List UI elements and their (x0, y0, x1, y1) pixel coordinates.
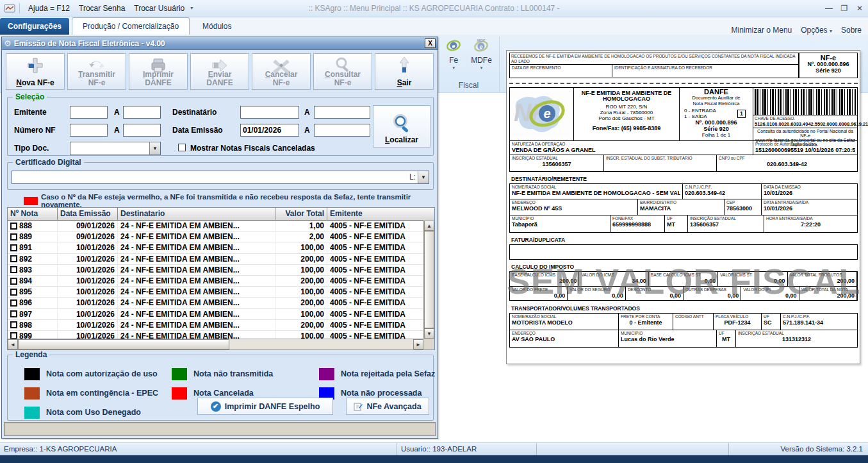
nfe-window-close-button[interactable]: X (425, 38, 436, 48)
cell-valor-total: 200,00 (275, 254, 327, 264)
horizontal-scrollbar[interactable]: ◄ ► (8, 339, 423, 349)
scroll-right-icon[interactable]: ► (413, 339, 423, 349)
scroll-left-icon[interactable]: ◄ (8, 339, 18, 349)
consultar-nfe-button[interactable]: Consultar NF-e (313, 53, 372, 90)
row-checkbox[interactable] (10, 299, 17, 307)
vertical-scrollbar[interactable]: ▲ ▼ (423, 221, 434, 339)
row-checkbox[interactable] (10, 266, 17, 273)
imprimir-danfe-button[interactable]: Imprimir DANFE (129, 53, 188, 90)
nova-nfe-button[interactable]: Nova NF-e (6, 53, 65, 90)
table-row[interactable]: 891 10/01/2026 24 - NF-E EMITIDA EM AMBI… (8, 242, 423, 253)
selecao-groupbox: Seleção Emitente A Número NF A Tipo Doc.… (7, 97, 434, 156)
numero-nf-de-input[interactable] (70, 124, 108, 137)
emitente-de-input[interactable] (70, 106, 108, 119)
ribbon-mdfe-button[interactable]: e MDF MDFe ▾ (471, 38, 492, 71)
cell-numero: 898 (19, 321, 32, 330)
mdfe-mini-logo-icon: e MDF (473, 38, 489, 55)
row-checkbox[interactable] (10, 332, 17, 339)
restore-icon[interactable]: ❐ (840, 4, 849, 13)
cell-emitente: 4005 - NF-E EMITIDA (327, 309, 423, 319)
opcoes-link[interactable]: Opções ▾ (801, 26, 832, 35)
cell-numero: 894 (19, 276, 32, 285)
menu-trocar-usuario[interactable]: Trocar Usuário (129, 2, 189, 15)
sair-button[interactable]: Sair (375, 53, 434, 90)
sobre-link[interactable]: Sobre (841, 26, 862, 35)
cell-destinatario: 24 - NF-E EMITIDA EM AMBIEN... (118, 276, 275, 286)
col-header-emitente[interactable]: Emitente (327, 208, 423, 221)
table-row[interactable]: 899 10/01/2026 24 - NF-E EMITIDA EM AMBI… (8, 331, 423, 339)
table-row[interactable]: 895 10/01/2026 24 - NF-E EMITIDA EM AMBI… (8, 287, 423, 298)
nfe-avancada-button[interactable]: NFe Avançada (346, 398, 429, 415)
horizontal-scroll-thumb[interactable] (18, 339, 229, 349)
cell-valor-total: 2,00 (275, 232, 327, 242)
col-header-numero[interactable]: Nº Nota (8, 208, 58, 221)
tab-modulos[interactable]: Módulos (192, 18, 242, 35)
row-checkbox[interactable] (10, 289, 17, 296)
localizar-button[interactable]: Localizar (373, 105, 430, 147)
danfe-inscricao-row: INSCRIÇÃO ESTADUAL 135606357 INSCR. ESTA… (509, 155, 858, 172)
ribbon-nfe-button[interactable]: e Fe ▾ (445, 38, 462, 71)
menu-trocar-senha[interactable]: Trocar Senha (74, 2, 129, 15)
danfe-transportador: TRANSPORTADOR/VOLUMES TRANSPORTADOS NOME… (509, 304, 858, 348)
cell-numero: 896 (19, 298, 32, 307)
vertical-scroll-thumb[interactable] (424, 231, 434, 328)
mostrar-canceladas-checkbox[interactable] (178, 144, 186, 151)
col-header-destinatario[interactable]: Destinatario (118, 208, 275, 221)
row-checkbox[interactable] (10, 244, 17, 251)
minimizar-menu-link[interactable]: Minimizar o Menu (732, 26, 792, 35)
table-row[interactable]: 897 10/01/2026 24 - NF-E EMITIDA EM AMBI… (8, 309, 423, 320)
cancelar-nfe-button[interactable]: Cancelar NF-e (252, 53, 311, 90)
col-header-data[interactable]: Data Emissão (58, 208, 118, 221)
emitente-ate-input[interactable] (123, 106, 161, 119)
transmitir-nfe-button[interactable]: Transmitir NF-e (67, 53, 126, 90)
cell-emitente: 4005 - NF-E EMITIDA (327, 242, 423, 253)
row-checkbox[interactable] (10, 321, 17, 328)
cell-valor-total: 200,00 (275, 298, 327, 308)
cell-destinatario: 24 - NF-E EMITIDA EM AMBIEN... (118, 221, 275, 231)
transmit-arrows-icon (68, 56, 126, 74)
numero-nf-ate-input[interactable] (123, 124, 161, 137)
close-icon[interactable]: ✕ (855, 4, 864, 13)
row-checkbox[interactable] (10, 310, 17, 317)
certificado-dropdown-icon[interactable]: ▼ (418, 171, 429, 183)
data-emissao-de-input[interactable] (240, 124, 299, 137)
check-circle-icon: ✔ (211, 401, 221, 412)
table-row[interactable]: 888 09/01/2026 24 - NF-E EMITIDA EM AMBI… (8, 221, 423, 232)
tipo-doc-select[interactable]: ▼ (70, 142, 161, 155)
danfe-imposto-cell: VALOR TOTAL DA NOTA 200,00 (799, 286, 857, 301)
toolbar-overflow-icon[interactable]: ▾ (190, 6, 193, 11)
nfe-window-titlebar[interactable]: ⚙ Emissão de Nota Fiscal Eletrônica - v4… (2, 37, 438, 50)
table-row[interactable]: 894 10/01/2026 24 - NF-E EMITIDA EM AMBI… (8, 276, 423, 287)
data-emissao-ate-input[interactable] (314, 124, 370, 137)
row-checkbox[interactable] (10, 255, 17, 262)
table-row[interactable]: 893 10/01/2026 24 - NF-E EMITIDA EM AMBI… (8, 265, 423, 276)
table-row[interactable]: 889 09/01/2026 24 - NF-E EMITIDA EM AMBI… (8, 232, 423, 242)
table-row[interactable]: 896 10/01/2026 24 - NF-E EMITIDA EM AMBI… (8, 298, 423, 308)
row-checkbox[interactable] (10, 278, 17, 285)
destinatario-ate-input[interactable] (314, 106, 370, 119)
tipo-doc-dropdown-icon[interactable]: ▼ (149, 142, 160, 155)
row-checkbox[interactable] (10, 223, 17, 230)
minimize-icon[interactable]: — (824, 4, 833, 13)
cell-data-emissao: 09/01/2026 (58, 221, 118, 231)
certificado-select[interactable]: L: ▼ (12, 171, 429, 184)
menu-ajuda[interactable]: Ajuda = F12 (24, 2, 74, 15)
row-checkbox[interactable] (10, 233, 17, 240)
mdfe-dropdown-icon: ▾ (480, 65, 483, 71)
destinatario-de-input[interactable] (240, 106, 299, 119)
emitente-label: Emitente (14, 108, 47, 117)
tab-configuracoes[interactable]: Configurações (0, 18, 69, 35)
imprimir-danfe-espelho-button[interactable]: ✔ Imprimir DANFE Espelho (197, 398, 333, 415)
menubar: Ajuda = F12 Trocar Senha Trocar Usuário … (0, 0, 868, 17)
numero-nf-label: Número NF (14, 126, 56, 135)
opcoes-dropdown-icon: ▾ (830, 28, 832, 34)
table-row[interactable]: 892 10/01/2026 24 - NF-E EMITIDA EM AMBI… (8, 254, 423, 265)
danfe-barcode (755, 89, 856, 115)
table-row[interactable]: 898 10/01/2026 24 - NF-E EMITIDA EM AMBI… (8, 320, 423, 331)
col-header-valor[interactable]: Valor Total (275, 208, 327, 221)
tab-producao-comercializacao[interactable]: Produção / Comercialização (72, 17, 190, 35)
scroll-up-icon[interactable]: ▲ (424, 221, 434, 231)
cancel-x-icon (252, 56, 310, 74)
enviar-danfe-button[interactable]: Enviar DANFE (190, 53, 249, 90)
scroll-down-icon[interactable]: ▼ (424, 328, 434, 339)
